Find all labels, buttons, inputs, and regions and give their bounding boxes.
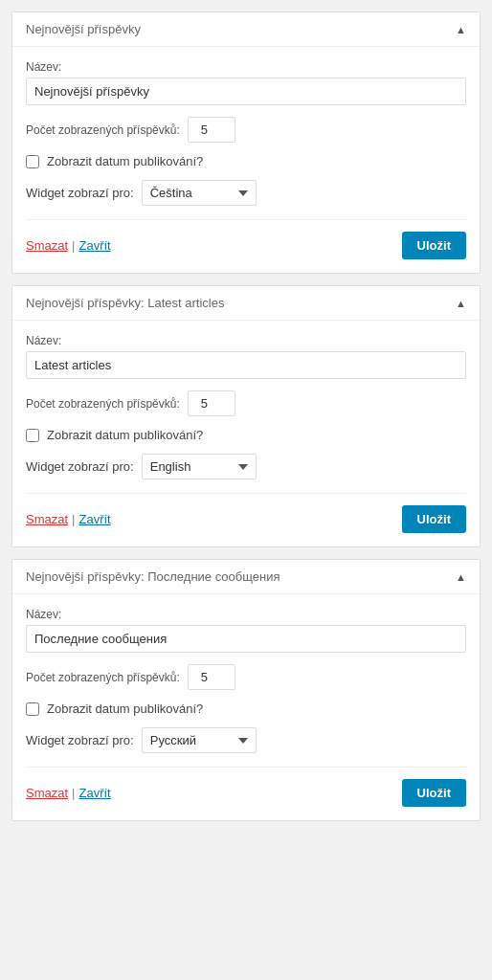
widget-sub-title-2: Latest articles [147, 296, 224, 310]
name-input-1[interactable] [26, 78, 466, 105]
widget-title-1: Nejnovější příspěvky [26, 22, 141, 36]
close-button-2[interactable]: Zavřít [78, 512, 110, 526]
footer-links-2: Smazat | Zavřít [26, 512, 111, 526]
widget-title-3: Nejnovější příspěvky: Последние сообщени… [26, 569, 280, 584]
widget-card-2: Nejnovější příspěvky: Latest articles ▲ … [11, 285, 481, 547]
widget-body-3: Název: Počet zobrazených příspěvků: Zobr… [12, 594, 480, 820]
widget-card-1: Nejnovější příspěvky ▲ Název: Počet zobr… [11, 11, 481, 274]
language-select-1[interactable]: Čeština English Русский [142, 180, 257, 206]
name-row-2: Název: [26, 334, 466, 379]
footer-links-1: Smazat | Zavřít [26, 238, 111, 253]
widget-card-3: Nejnovější příspěvky: Последние сообщени… [11, 559, 481, 821]
widget-main-title-2: Nejnovější příspěvky: [26, 296, 145, 310]
name-input-3[interactable] [26, 625, 466, 653]
count-label-1: Počet zobrazených příspěvků: [26, 123, 180, 137]
widget-main-title-3: Nejnovější příspěvky: [26, 569, 145, 584]
showdate-checkbox-3[interactable] [26, 702, 39, 716]
showdate-checkbox-2[interactable] [26, 429, 39, 442]
separator-2: | [72, 512, 75, 526]
name-row-3: Název: [26, 608, 466, 653]
showdate-row-2: Zobrazit datum publikování? [26, 428, 466, 442]
widget-for-label-3: Widget zobrazí pro: [26, 733, 134, 747]
showdate-row-3: Zobrazit datum publikování? [26, 702, 466, 716]
showdate-row-1: Zobrazit datum publikování? [26, 154, 466, 168]
widget-footer-1: Smazat | Zavřít Uložit [26, 219, 466, 259]
count-label-3: Počet zobrazených příspěvků: [26, 671, 180, 684]
count-row-2: Počet zobrazených příspěvků: [26, 390, 466, 416]
separator-3: | [72, 786, 75, 800]
name-label-2: Název: [26, 334, 466, 347]
showdate-label-2[interactable]: Zobrazit datum publikování? [47, 428, 203, 442]
count-row-1: Počet zobrazených příspěvků: [26, 117, 466, 143]
showdate-checkbox-1[interactable] [26, 155, 39, 168]
showdate-label-1[interactable]: Zobrazit datum publikování? [47, 154, 203, 168]
widget-body-2: Název: Počet zobrazených příspěvků: Zobr… [12, 321, 480, 546]
name-label-3: Název: [26, 608, 466, 621]
widget-sub-title-3: Последние сообщения [147, 569, 280, 584]
delete-button-2[interactable]: Smazat [26, 512, 68, 526]
separator-1: | [72, 238, 75, 253]
name-row-1: Název: [26, 60, 466, 105]
language-row-2: Widget zobrazí pro: Čeština English Русс… [26, 454, 466, 479]
language-select-2[interactable]: Čeština English Русский [142, 454, 257, 479]
save-button-1[interactable]: Uložit [402, 232, 466, 259]
widget-body-1: Název: Počet zobrazených příspěvků: Zobr… [12, 47, 480, 273]
name-input-2[interactable] [26, 351, 466, 379]
widget-header-3: Nejnovější příspěvky: Последние сообщени… [12, 560, 480, 594]
widget-for-label-2: Widget zobrazí pro: [26, 459, 134, 474]
count-input-3[interactable] [188, 664, 235, 690]
widget-title-2: Nejnovější příspěvky: Latest articles [26, 296, 224, 310]
count-label-2: Počet zobrazených příspěvků: [26, 397, 180, 411]
widget-header-1: Nejnovější příspěvky ▲ [12, 12, 480, 47]
count-input-2[interactable] [188, 390, 235, 416]
name-label-1: Název: [26, 60, 466, 74]
widget-footer-3: Smazat | Zavřít Uložit [26, 767, 466, 807]
count-input-1[interactable] [188, 117, 235, 143]
widget-main-title-1: Nejnovější příspěvky [26, 22, 141, 36]
language-row-3: Widget zobrazí pro: Čeština English Русс… [26, 727, 466, 753]
close-button-1[interactable]: Zavřít [78, 238, 110, 253]
language-row-1: Widget zobrazí pro: Čeština English Русс… [26, 180, 466, 206]
count-row-3: Počet zobrazených příspěvků: [26, 664, 466, 690]
delete-button-3[interactable]: Smazat [26, 786, 68, 800]
save-button-2[interactable]: Uložit [402, 505, 466, 533]
showdate-label-3[interactable]: Zobrazit datum publikování? [47, 702, 203, 716]
save-button-3[interactable]: Uložit [402, 779, 466, 807]
close-button-3[interactable]: Zavřít [78, 786, 110, 800]
footer-links-3: Smazat | Zavřít [26, 786, 111, 800]
delete-button-1[interactable]: Smazat [26, 238, 68, 253]
widget-for-label-1: Widget zobrazí pro: [26, 186, 134, 200]
widget-footer-2: Smazat | Zavřít Uložit [26, 493, 466, 533]
language-select-3[interactable]: Čeština English Русский [142, 727, 257, 753]
collapse-icon-2[interactable]: ▲ [456, 298, 466, 309]
collapse-icon-1[interactable]: ▲ [456, 24, 466, 35]
widget-header-2: Nejnovější příspěvky: Latest articles ▲ [12, 286, 480, 321]
collapse-icon-3[interactable]: ▲ [456, 571, 466, 583]
